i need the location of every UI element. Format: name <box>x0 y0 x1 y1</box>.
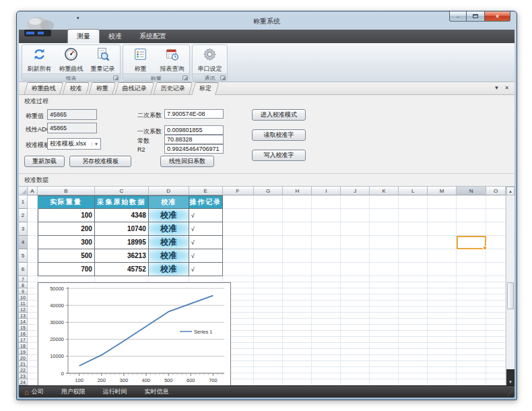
record-cell[interactable]: √ <box>189 263 223 276</box>
raw-data-cell[interactable]: 4348 <box>95 209 149 222</box>
sheet-cell[interactable] <box>399 236 428 249</box>
sheet-cell[interactable] <box>312 337 341 343</box>
sheet-cell[interactable] <box>283 263 312 276</box>
sheet-cell[interactable] <box>486 288 506 294</box>
sheet-cell[interactable] <box>428 319 457 325</box>
scroll-down-area[interactable]: ▼ <box>506 369 514 385</box>
sheet-cell[interactable] <box>312 288 341 294</box>
sheet-cell[interactable] <box>486 361 506 367</box>
sheet-cell[interactable] <box>283 276 312 282</box>
sheet-cell[interactable] <box>283 209 312 222</box>
sheet-cell[interactable] <box>283 367 312 373</box>
sheet-cell[interactable] <box>457 361 486 367</box>
sheet-cell[interactable] <box>399 379 428 385</box>
adc-input[interactable] <box>47 123 97 133</box>
sheet-cell[interactable] <box>486 294 506 301</box>
sheet-cell[interactable] <box>341 263 370 276</box>
reload-button[interactable]: 重新加载 <box>24 156 65 167</box>
sheet-cell[interactable] <box>428 325 457 331</box>
sheet-cell[interactable] <box>254 195 284 209</box>
sheet-cell[interactable] <box>149 276 189 282</box>
sheet-cell[interactable] <box>28 319 38 325</box>
raw-data-cell[interactable]: 18995 <box>95 236 149 249</box>
sheet-cell[interactable] <box>428 276 457 282</box>
sheet-cell[interactable] <box>254 222 284 236</box>
row-header-20[interactable]: 20 <box>19 355 28 361</box>
sheet-cell[interactable] <box>457 313 486 319</box>
sheet-cell[interactable] <box>28 222 38 236</box>
sheet-cell[interactable] <box>283 236 312 249</box>
row-header-22[interactable]: 22 <box>19 367 28 373</box>
sheet-cell[interactable] <box>457 301 486 307</box>
sheet-cell[interactable] <box>399 343 428 349</box>
column-header-E[interactable]: E <box>189 187 223 195</box>
sheet-cell[interactable] <box>428 355 457 361</box>
sheet-cell[interactable] <box>312 361 341 367</box>
sheet-cell[interactable] <box>28 367 38 373</box>
sheet-cell[interactable] <box>486 307 506 313</box>
sheet-cell[interactable] <box>312 349 341 355</box>
sheet-cell[interactable] <box>312 319 341 325</box>
sheet-cell[interactable] <box>223 249 254 263</box>
sheet-cell[interactable] <box>399 355 428 361</box>
sheet-cell[interactable] <box>95 276 149 282</box>
sheet-cell[interactable] <box>399 361 428 367</box>
sheet-cell[interactable] <box>428 331 457 337</box>
resize-grip[interactable]: ⋰ <box>507 390 512 396</box>
sheet-cell[interactable] <box>457 249 486 263</box>
sheet-cell[interactable] <box>457 288 486 294</box>
row-header-14[interactable]: 14 <box>19 319 28 325</box>
sheet-cell[interactable] <box>254 355 284 361</box>
column-header-F[interactable]: F <box>223 187 254 195</box>
sheet-cell[interactable] <box>28 325 38 331</box>
ribbon-button[interactable]: 串口设定 <box>194 46 226 73</box>
table-header-cell[interactable]: 校准 <box>149 195 189 209</box>
sheet-cell[interactable] <box>370 319 399 325</box>
sheet-cell[interactable] <box>341 337 370 343</box>
sheet-cell[interactable] <box>428 349 457 355</box>
ribbon-button[interactable]: 重量记录 <box>87 46 119 73</box>
sheet-cell[interactable] <box>28 349 38 355</box>
row-header-9[interactable]: 9 <box>19 288 28 294</box>
sheet-cell[interactable] <box>283 331 312 337</box>
sheet-cell[interactable] <box>254 282 284 288</box>
sheet-cell[interactable] <box>28 236 38 249</box>
sheet-cell[interactable] <box>254 337 284 343</box>
close-tab-icon[interactable]: ✕ <box>504 85 509 91</box>
scrollbar-thumb[interactable] <box>507 282 514 309</box>
sheet-cell[interactable] <box>283 325 312 331</box>
sheet-cell[interactable] <box>457 325 486 331</box>
calibrate-cell-button[interactable]: 校准 <box>149 222 189 236</box>
sheet-cell[interactable] <box>457 294 486 301</box>
weight-cell[interactable]: 100 <box>38 209 95 222</box>
sheet-cell[interactable] <box>254 263 284 276</box>
sheet-cell[interactable] <box>399 282 428 288</box>
column-header-H[interactable]: H <box>283 187 312 195</box>
sheet-cell[interactable] <box>312 325 341 331</box>
sheet-cell[interactable] <box>399 337 428 343</box>
write-calibration-word-button[interactable]: 写入校准字 <box>252 150 306 161</box>
sheet-cell[interactable] <box>486 313 506 319</box>
sheet-cell[interactable] <box>457 331 486 337</box>
sheet-cell[interactable] <box>370 343 399 349</box>
sheet-cell[interactable] <box>486 319 506 325</box>
quad-coeff-input[interactable] <box>164 109 224 119</box>
sheet-cell[interactable] <box>28 373 38 379</box>
sheet-cell[interactable] <box>399 373 428 379</box>
sheet-cell[interactable] <box>399 313 428 319</box>
sheet-cell[interactable] <box>428 209 457 222</box>
column-header-A[interactable]: A <box>28 187 38 195</box>
sheet-cell[interactable] <box>28 337 38 343</box>
sheet-cell[interactable] <box>312 263 341 276</box>
sheet-cell[interactable] <box>28 307 38 313</box>
sheet-cell[interactable] <box>254 319 284 325</box>
sheet-cell[interactable] <box>457 379 486 385</box>
sheet-cell[interactable] <box>28 263 38 276</box>
sheet-cell[interactable] <box>283 288 312 294</box>
sheet-cell[interactable] <box>312 195 341 209</box>
sheet-cell[interactable] <box>312 355 341 361</box>
sheet-cell[interactable] <box>341 313 370 319</box>
sheet-cell[interactable] <box>486 373 506 379</box>
sheet-cell[interactable] <box>341 343 370 349</box>
sheet-cell[interactable] <box>370 209 399 222</box>
